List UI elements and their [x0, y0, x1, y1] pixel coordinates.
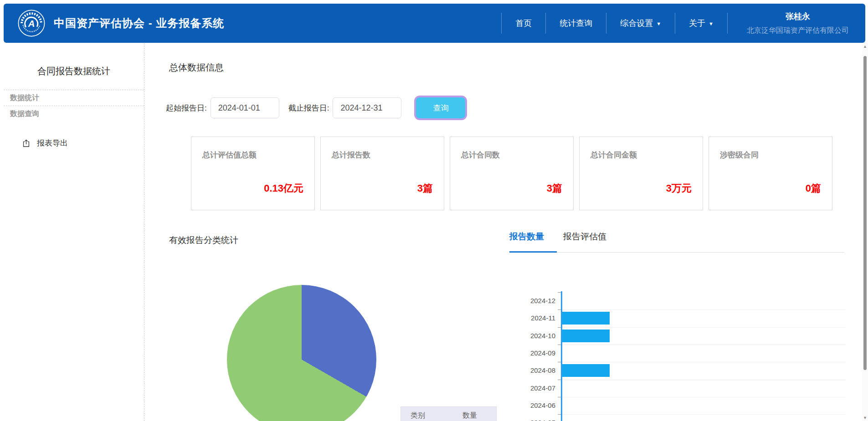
user-name: 张桂永: [786, 11, 810, 22]
end-date-label: 截止报告日:: [288, 103, 329, 113]
stat-card-value: 0.13亿元: [264, 182, 303, 195]
sidebar-item-data-statistics[interactable]: 数据统计: [4, 90, 144, 106]
cas-seal-icon: A: [17, 9, 46, 37]
bar-category-label: 2024-07: [526, 384, 555, 392]
stat-card-title: 涉密级合同: [720, 150, 759, 160]
user-company: 北京泛华国瑞资产评估有限公司: [747, 26, 849, 36]
tab-report-count[interactable]: 报告数量: [509, 231, 544, 249]
page: { "header": { "app_title": "中国资产评估协会 - 业…: [0, 0, 868, 421]
scroll-up-icon[interactable]: ▲: [862, 43, 868, 50]
chevron-down-icon: ▼: [656, 21, 661, 26]
bar-category-label: 2024-11: [526, 314, 555, 322]
bar-category-label: 2024-08: [526, 366, 555, 374]
bar-axis-tick: [558, 362, 561, 362]
active-tab-indicator: [509, 251, 557, 253]
sidebar: 合同报告数据统计 数据统计 数据查询 报表导出: [4, 43, 144, 421]
stat-card-title: 总计报告数: [332, 150, 370, 160]
stat-card-total-contracts: 总计合同数 3篇: [450, 137, 574, 210]
sidebar-item-report-export[interactable]: 报表导出: [4, 138, 144, 148]
vertical-scrollbar[interactable]: ▲ ▼: [862, 43, 868, 421]
app-logo: A: [17, 9, 46, 37]
category-table-header: 类别 数量: [401, 406, 497, 421]
pie-chart-title: 有效报告分类统计: [169, 234, 238, 246]
nav-item-settings-dropdown[interactable]: 综合设置 ▼: [606, 4, 675, 43]
summary-cards-row: 总计评估值总额 0.13亿元 总计报告数 3篇 总计合同数 3篇 总计合同金额 …: [191, 137, 832, 210]
app-title: 中国资产评估协会 - 业务报备系统: [54, 16, 224, 30]
stat-card-title: 总计合同数: [461, 150, 500, 160]
bar-axis-tick: [558, 327, 561, 328]
stat-card-value: 3篇: [547, 182, 562, 195]
bar-value-rect[interactable]: [562, 330, 610, 342]
stat-card-total-appraisal-value: 总计评估值总额 0.13亿元: [191, 137, 315, 210]
stat-card-title: 总计合同金额: [591, 150, 637, 160]
bar-axis-tick: [558, 292, 561, 293]
bar-value-rect[interactable]: [562, 364, 610, 377]
category-table: 类别 数量: [401, 406, 497, 421]
top-nav: 首页 统计查询 综合设置 ▼ 关于 ▼ 张桂永 北京泛华国瑞资产评估有限公司: [501, 4, 865, 43]
scroll-down-icon[interactable]: ▼: [862, 415, 868, 421]
tabs-divider: [509, 252, 844, 253]
top-navbar: A 中国资产评估协会 - 业务报备系统 首页 统计查询 综合设置 ▼ 关于 ▼ …: [4, 4, 865, 43]
bar-gridline: [562, 397, 846, 397]
chevron-down-icon: ▼: [709, 21, 714, 26]
sidebar-item-label: 报表导出: [37, 138, 68, 148]
nav-item-statistics-query[interactable]: 统计查询: [546, 4, 606, 43]
bar-category-label: 2024-10: [526, 332, 555, 340]
user-info[interactable]: 张桂永 北京泛华国瑞资产评估有限公司: [728, 11, 865, 36]
bar-axis-tick: [558, 397, 561, 397]
bar-category-label: 2024-12: [526, 297, 555, 304]
start-date-input[interactable]: [211, 97, 279, 118]
stat-card-value: 0篇: [806, 182, 821, 195]
bar-gridline: [562, 345, 846, 345]
stat-card-value: 3篇: [417, 182, 433, 195]
stat-card-value: 3万元: [666, 182, 692, 195]
page-title: 总体数据信息: [169, 61, 224, 74]
date-filter-row: 起始报告日: 截止报告日: 查询: [166, 97, 465, 118]
svg-text:A: A: [28, 19, 35, 29]
bar-gridline: [562, 362, 846, 362]
export-icon: [22, 139, 31, 147]
bar-gridline: [562, 309, 846, 310]
bar-category-label: 2024-05: [526, 419, 555, 421]
start-date-label: 起始报告日:: [166, 103, 207, 113]
report-chart-tabs: 报告数量 报告评估值: [509, 231, 606, 249]
sidebar-title: 合同报告数据统计: [4, 43, 144, 90]
stat-card-title: 总计评估值总额: [202, 150, 257, 160]
bar-category-label: 2024-06: [526, 401, 555, 409]
stat-card-total-contract-amount: 总计合同金额 3万元: [579, 137, 703, 210]
main-content: 总体数据信息 起始报告日: 截止报告日: 查询 总计评估值总额 0.13亿元 总…: [144, 43, 862, 421]
sidebar-item-label: 数据查询: [10, 109, 39, 119]
column-header-count: 数量: [462, 411, 477, 421]
bar-value-rect[interactable]: [562, 312, 610, 325]
bar-axis-tick: [558, 414, 561, 415]
report-category-pie-chart[interactable]: [227, 285, 376, 421]
report-count-bar-chart[interactable]: 2024-122024-112024-102024-092024-082024-…: [526, 292, 847, 421]
scrollbar-thumb[interactable]: [863, 56, 867, 370]
bar-category-label: 2024-09: [526, 349, 555, 357]
nav-item-label: 首页: [515, 18, 532, 29]
sidebar-item-label: 数据统计: [10, 93, 39, 103]
nav-item-label: 统计查询: [560, 18, 592, 29]
query-button[interactable]: 查询: [416, 97, 465, 118]
nav-item-about-dropdown[interactable]: 关于 ▼: [675, 4, 727, 43]
nav-item-home[interactable]: 首页: [502, 4, 545, 43]
sidebar-item-data-query[interactable]: 数据查询: [4, 106, 144, 122]
stat-card-classified-contracts: 涉密级合同 0篇: [709, 137, 832, 210]
bar-gridline: [562, 414, 846, 415]
column-header-category: 类别: [401, 411, 462, 421]
bar-gridline: [562, 327, 846, 328]
end-date-input[interactable]: [333, 97, 401, 118]
bar-axis-tick: [558, 380, 561, 380]
bar-axis-tick: [558, 309, 561, 310]
nav-item-label: 综合设置: [620, 18, 653, 29]
stat-card-total-reports: 总计报告数 3篇: [320, 137, 444, 210]
bar-axis-tick: [558, 345, 561, 345]
bar-gridline: [562, 380, 846, 380]
bar-chart-y-axis: [561, 291, 562, 421]
nav-item-label: 关于: [689, 18, 705, 29]
tab-report-appraisal-value[interactable]: 报告评估值: [563, 231, 606, 249]
